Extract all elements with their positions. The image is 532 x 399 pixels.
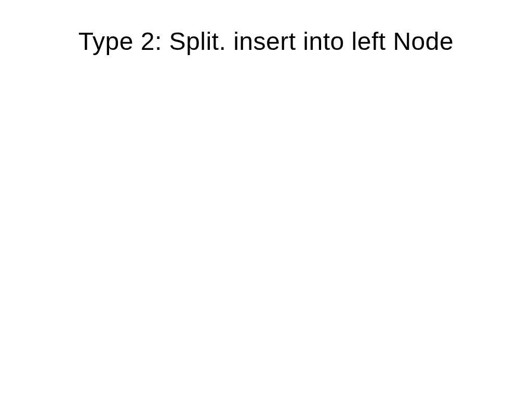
- slide-title: Type 2: Split. insert into left Node: [0, 27, 532, 56]
- slide-container: Type 2: Split. insert into left Node: [0, 0, 532, 399]
